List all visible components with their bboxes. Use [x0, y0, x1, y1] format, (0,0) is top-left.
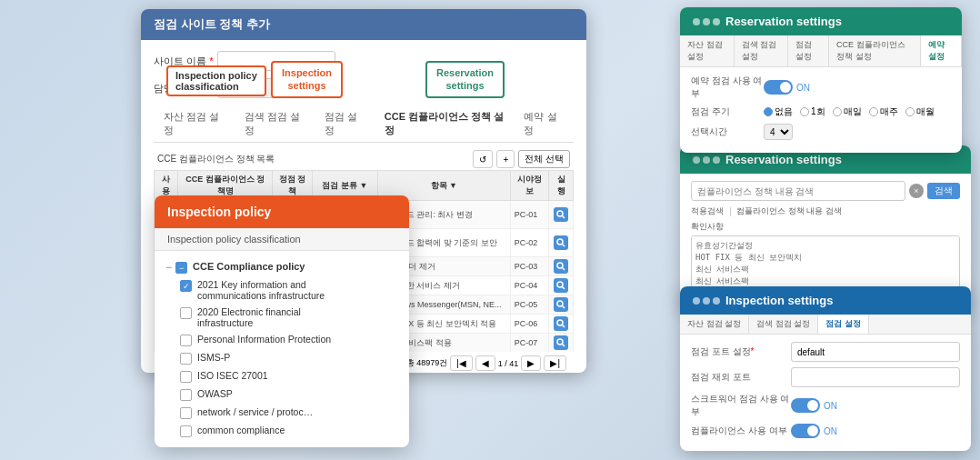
rs-top-tabs: 자산 점검 설정 검색 점검 설정 점검 설정 CCE 컴플라이언스 정책 설정…	[680, 35, 962, 67]
is-tab-asset[interactable]: 자산 점검 설정	[680, 315, 749, 334]
radio-monthly[interactable]: 매월	[905, 105, 935, 118]
radio-weekly-circle	[869, 107, 878, 116]
tree-label-isms: ISMS-P	[197, 352, 230, 363]
cell-exec[interactable]	[549, 257, 574, 276]
dot-m1	[693, 156, 700, 164]
tree-item-common[interactable]: common compliance	[165, 422, 398, 440]
rs-clear-btn[interactable]: ×	[909, 184, 924, 198]
is-tab-inspect[interactable]: 점검 설정	[818, 315, 869, 334]
svg-line-7	[563, 287, 565, 290]
search-icon	[556, 262, 565, 271]
port-input[interactable]	[791, 342, 960, 362]
toggle-knob	[780, 82, 791, 93]
tab-search[interactable]: 검색 점검 설정	[235, 105, 315, 142]
time-select[interactable]: 4	[764, 124, 793, 140]
is-header: Inspection settings	[680, 286, 971, 315]
search-icon	[556, 210, 565, 219]
tab-asset[interactable]: 자산 점검 설정	[154, 105, 235, 142]
exec-button[interactable]	[554, 278, 568, 293]
page-prev[interactable]: ◀	[475, 355, 495, 371]
cell-id: PC-01	[510, 201, 549, 229]
check-2021[interactable]: ✓	[180, 280, 192, 292]
rs-search-button[interactable]: 검색	[927, 183, 960, 199]
tree-item-2021[interactable]: ✓ 2021 Key information andcommunications…	[165, 276, 398, 304]
ip-body: − − CCE Compliance policy ✓ 2021 Key inf…	[155, 251, 409, 447]
page-first[interactable]: |◀	[450, 355, 473, 371]
tree-label-common: common compliance	[197, 425, 285, 435]
tree-label-2021: 2021 Key information andcommunications i…	[197, 279, 325, 301]
radio-monthly-circle	[905, 107, 915, 116]
tree-item-network[interactable]: network / service / protoc…	[165, 404, 398, 422]
cell-exec[interactable]	[549, 229, 574, 257]
cell-exec[interactable]	[549, 334, 574, 353]
tree-item-cce[interactable]: − − CCE Compliance policy	[165, 258, 398, 276]
rs-tab-asset[interactable]: 자산 점검 설정	[680, 35, 735, 66]
exec-button[interactable]	[554, 207, 568, 222]
toggle-compliance-label: ON	[824, 426, 837, 436]
radio-1[interactable]: 1회	[800, 105, 825, 118]
inspection-settings-panel: Inspection settings 자산 점검 설정 검색 점검 설정 점검…	[680, 286, 971, 451]
ip-header: Inspection policy	[155, 195, 409, 228]
tree-item-2020[interactable]: 2020 Electronic financialinfrastructure	[165, 304, 398, 331]
reservation-tab-highlight: Reservationsettings	[425, 61, 505, 98]
tree-item-pip[interactable]: Personal Information Protection	[165, 331, 398, 349]
exclude-port-input[interactable]	[791, 367, 960, 387]
cell-exec[interactable]	[549, 295, 574, 315]
toggle-software[interactable]	[791, 398, 820, 413]
tree-label-iso: ISO ISEC 27001	[197, 370, 268, 381]
tree-item-isms[interactable]: ISMS-P	[165, 349, 398, 367]
toggle-reservation[interactable]	[764, 80, 793, 95]
is-label-exclude-port: 점검 재외 포트	[691, 371, 791, 384]
radio-daily[interactable]: 매일	[833, 105, 862, 118]
radio-daily-circle	[833, 107, 842, 116]
rs-top-header: Reservation settings	[680, 7, 962, 35]
rs-tab-inspect[interactable]: 점검 설정	[788, 35, 829, 66]
radio-none[interactable]: 없음	[764, 105, 793, 118]
exec-button[interactable]	[554, 259, 568, 274]
cell-exec[interactable]	[549, 276, 574, 295]
check-network[interactable]	[180, 407, 192, 419]
tree-collapse-icon[interactable]: −	[165, 261, 172, 274]
check-iso[interactable]	[180, 371, 192, 383]
check-isms[interactable]	[180, 353, 192, 365]
rs-search-input[interactable]	[691, 181, 905, 201]
page-next[interactable]: ▶	[521, 355, 541, 371]
tab-inspection[interactable]: 점검 설정	[315, 105, 375, 142]
is-tab-search[interactable]: 검색 점검 설정	[749, 315, 818, 334]
cell-id: PC-02	[510, 229, 549, 257]
exec-button[interactable]	[554, 335, 568, 350]
rs-tab-reserve[interactable]: 예약 설정	[921, 35, 962, 66]
tree-item-owasp[interactable]: OWASP	[165, 385, 398, 404]
cell-exec[interactable]	[549, 201, 574, 229]
cell-exec[interactable]	[549, 315, 574, 334]
radio-weekly[interactable]: 매주	[869, 105, 898, 118]
dot-m3	[713, 156, 720, 164]
is-row-exclude-port: 점검 재외 포트	[691, 367, 960, 387]
tree-item-iso[interactable]: ISO ISEC 27001	[165, 367, 398, 385]
is-row-compliance: 컴플라이언스 사용 여부 ON	[691, 424, 960, 438]
svg-point-10	[557, 320, 563, 325]
tab-reservation[interactable]: 예약 설정	[514, 105, 574, 142]
col-id: 시야정보	[510, 171, 549, 201]
exec-button[interactable]	[554, 316, 568, 331]
add-button[interactable]: +	[496, 150, 515, 168]
rs-tab-cce[interactable]: CCE 컴플라이언스 정책 설정	[829, 35, 921, 66]
check-2020[interactable]	[180, 307, 192, 319]
tab-compliance[interactable]: CCE 컴플라이언스 정책 설정	[375, 105, 515, 142]
exec-button[interactable]	[554, 235, 568, 250]
check-cce[interactable]: −	[175, 262, 187, 274]
is-row-port: 점검 포트 설정*	[691, 342, 960, 362]
refresh-button[interactable]: ↺	[473, 150, 493, 168]
toggle-compliance[interactable]	[791, 424, 820, 438]
rs-tab-search[interactable]: 검색 점검 설정	[735, 35, 789, 66]
rs-row-time: 선택시간 4	[691, 124, 951, 140]
check-owasp[interactable]	[180, 389, 192, 401]
rs-top-body: 예약 점검 사용 여부 ON 점검 주기 없음 1회 매일	[680, 67, 962, 153]
select-all-button[interactable]: 전체 선택	[518, 150, 570, 168]
page-last[interactable]: ▶|	[544, 355, 566, 371]
check-common[interactable]	[180, 425, 192, 437]
check-pip[interactable]	[180, 335, 192, 346]
exec-button[interactable]	[554, 297, 568, 312]
svg-point-6	[557, 282, 563, 287]
applied-search-label: 적용검색 컴플라이언스 정책 내용 검색	[691, 205, 960, 217]
